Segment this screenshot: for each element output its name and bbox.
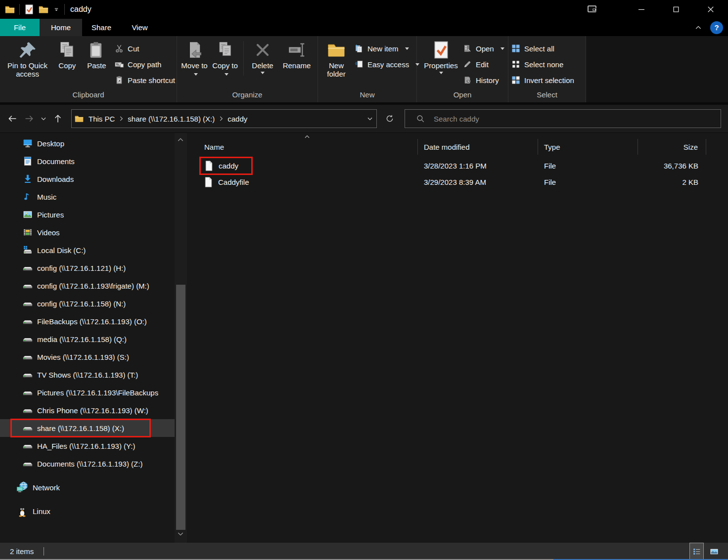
column-header-name[interactable]: Name <box>187 139 418 155</box>
sidebar-item-filebackups-o[interactable]: FileBackups (\\172.16.1.193) (O:) <box>0 312 175 330</box>
back-button[interactable] <box>4 110 21 127</box>
help-button[interactable]: ? <box>710 21 723 34</box>
button-label: Copy <box>58 61 76 70</box>
new-folder-quick-icon[interactable] <box>39 4 48 14</box>
new-folder-button[interactable]: New folder <box>320 37 353 89</box>
customize-quick-access-icon[interactable] <box>53 6 60 13</box>
sidebar-item-pictures-filebackups[interactable]: Pictures (\\172.16.1.193\FileBackups <box>0 384 175 401</box>
music-icon <box>23 192 33 202</box>
properties-button[interactable]: Properties <box>419 37 463 89</box>
scroll-down-icon[interactable] <box>177 530 184 538</box>
sidebar-item-music[interactable]: Music <box>0 188 175 206</box>
up-button[interactable] <box>49 110 66 127</box>
details-view-button[interactable] <box>689 543 704 560</box>
maximize-button[interactable] <box>659 0 693 19</box>
file-date-modified: 3/28/2023 1:16 PM <box>418 162 538 170</box>
delete-button[interactable]: Delete <box>247 37 278 89</box>
sidebar-item-downloads[interactable]: Downloads <box>0 170 175 188</box>
recent-locations-icon[interactable] <box>38 110 49 127</box>
netdrive-icon <box>23 352 33 362</box>
breadcrumb-item[interactable]: caddy <box>225 115 250 123</box>
history-button[interactable]: History <box>463 72 507 88</box>
netdrive-icon <box>23 263 33 273</box>
easy-access-button[interactable]: Easy access <box>355 56 415 72</box>
sidebar-item-desktop[interactable]: Desktop <box>0 134 175 152</box>
sidebar-item-label: Pictures <box>37 211 64 219</box>
breadcrumb-item[interactable]: This PC <box>86 115 118 123</box>
copy-button[interactable]: Copy <box>53 37 82 89</box>
sidebar-item-share-x[interactable]: share (\\172.16.1.158) (X:) <box>0 419 175 437</box>
paste-button[interactable]: Paste <box>82 37 112 89</box>
edit-button[interactable]: Edit <box>463 56 507 72</box>
tab-share[interactable]: Share <box>82 19 121 36</box>
minimize-ribbon-icon[interactable] <box>694 24 702 32</box>
sidebar-item-pictures[interactable]: Pictures <box>0 206 175 223</box>
sidebar-item-local-disk-c[interactable]: Local Disk (C:) <box>0 241 175 259</box>
sidebar-item-media-q[interactable]: media (\\172.16.1.158) (Q:) <box>0 330 175 348</box>
dropdown-arrow-icon <box>405 47 409 50</box>
button-label: Properties <box>424 61 457 70</box>
sidebar-item-documents[interactable]: Documents <box>0 152 175 170</box>
rename-button[interactable]: Rename <box>278 37 315 89</box>
pin-to-quick-access-button[interactable]: Pin to Quick access <box>2 37 53 89</box>
sidebar-item-movies-s[interactable]: Movies (\\172.16.1.193) (S:) <box>0 348 175 366</box>
move-to-button[interactable]: Move to <box>179 37 210 89</box>
select-all-button[interactable]: Select all <box>511 41 574 56</box>
button-label: Copy to <box>212 61 238 70</box>
sidebar-item-ha-files-y[interactable]: HA_Files (\\172.16.1.193) (Y:) <box>0 437 175 455</box>
button-label: Move to <box>181 61 207 70</box>
sidebar-item-label: Documents <box>37 157 75 166</box>
sidebar-scrollbar-thumb[interactable] <box>176 285 185 530</box>
scroll-up-icon[interactable] <box>177 136 184 144</box>
sidebar-item-config-h[interactable]: config (\\172.16.1.121) (H:) <box>0 259 175 277</box>
column-header-date-modified[interactable]: Date modified <box>418 139 538 155</box>
close-button[interactable] <box>693 0 728 19</box>
tab-file[interactable]: File <box>0 19 40 36</box>
tab-view[interactable]: View <box>121 19 159 36</box>
file-row-caddyfile[interactable]: Caddyfile3/29/2023 8:39 AMFile2 KB <box>187 174 728 190</box>
address-bar[interactable]: This PCshare (\\172.16.1.158) (X:)caddy <box>71 109 377 128</box>
forward-button[interactable] <box>21 110 38 127</box>
open-button[interactable]: Open <box>463 41 507 56</box>
ribbon-filler <box>586 36 728 102</box>
copy-path-button[interactable]: Copy path <box>115 56 176 72</box>
tab-home[interactable]: Home <box>40 19 82 36</box>
sidebar-item-documents-z[interactable]: Documents (\\172.16.1.193) (Z:) <box>0 455 175 473</box>
cut-button[interactable]: Cut <box>115 41 176 56</box>
copy-to-button[interactable]: Copy to <box>210 37 240 89</box>
address-dropdown-icon[interactable] <box>366 115 373 122</box>
search-box[interactable] <box>405 109 721 128</box>
desktop-icon <box>23 138 33 148</box>
sidebar-item-config-frigate-m[interactable]: config (\\172.16.1.193\frigate) (M:) <box>0 277 175 295</box>
group-label-clipboard: Clipboard <box>0 89 177 102</box>
sidebar-scrollbar <box>175 133 187 543</box>
sidebar-item-tv-shows-t[interactable]: TV Shows (\\172.16.1.193) (T:) <box>0 366 175 384</box>
sidebar-item-config-n[interactable]: config (\\172.16.1.158) (N:) <box>0 295 175 312</box>
sidebar-item-label: Linux <box>33 507 50 516</box>
breadcrumb-item[interactable]: share (\\172.16.1.158) (X:) <box>125 115 218 123</box>
refresh-button[interactable] <box>381 110 399 128</box>
netdrive-icon <box>23 459 33 469</box>
column-header-size[interactable]: Size <box>638 139 706 155</box>
search-input[interactable] <box>433 114 721 124</box>
sidebar-item-videos[interactable]: Videos <box>0 223 175 241</box>
items-count: 2 items <box>10 547 34 556</box>
new-item-button[interactable]: New item <box>355 41 415 56</box>
file-type: File <box>538 162 638 170</box>
file-row-caddy[interactable]: caddy3/28/2023 1:16 PMFile36,736 KB <box>187 158 728 174</box>
sidebar-item-linux[interactable]: Linux <box>0 502 175 520</box>
sort-ascending-icon[interactable] <box>304 133 311 140</box>
download-icon <box>23 174 33 184</box>
sidebar-item-chris-phone-w[interactable]: Chris Phone (\\172.16.1.193) (W:) <box>0 401 175 419</box>
column-header-type[interactable]: Type <box>538 139 638 155</box>
file-type: File <box>538 178 638 186</box>
sidebar-item-network[interactable]: Network <box>0 478 175 496</box>
select-none-button[interactable]: Select none <box>511 56 574 72</box>
paste-shortcut-button[interactable]: Paste shortcut <box>115 72 176 88</box>
large-icons-view-button[interactable] <box>707 543 721 560</box>
dropdown-arrow-icon <box>439 72 443 74</box>
minimize-button[interactable] <box>624 0 659 19</box>
invert-selection-button[interactable]: Invert selection <box>511 72 574 88</box>
toolbar-divider <box>64 4 65 15</box>
properties-quick-icon[interactable] <box>24 4 34 14</box>
